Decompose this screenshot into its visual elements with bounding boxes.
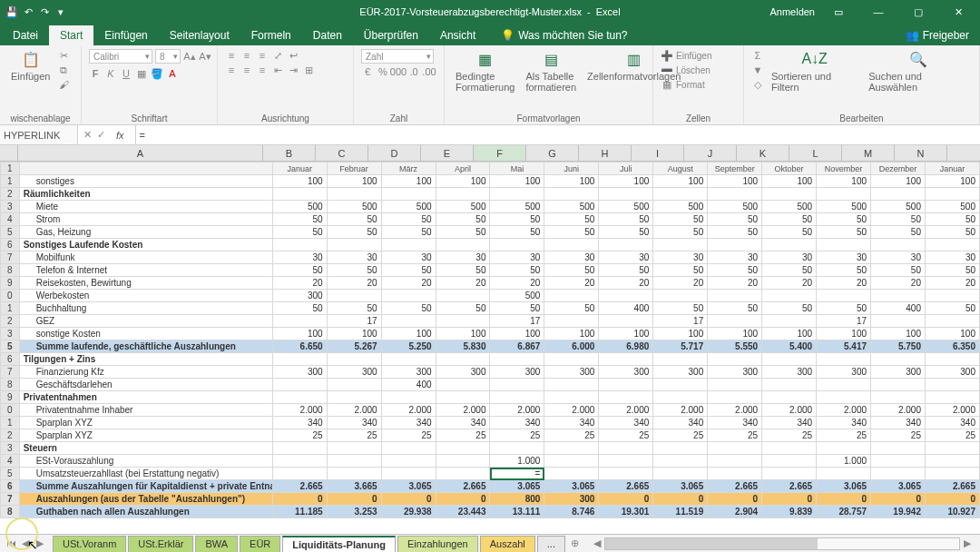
align-top-icon[interactable]: ≡ bbox=[225, 49, 238, 62]
inc-dec-icon[interactable]: .0 bbox=[407, 65, 420, 78]
redo-icon[interactable]: ↷ bbox=[38, 5, 51, 18]
col-header-G[interactable]: G bbox=[526, 145, 579, 161]
col-header-F[interactable]: F bbox=[474, 145, 526, 161]
fill-icon[interactable]: ▼ bbox=[751, 64, 764, 76]
border-icon[interactable]: ▦ bbox=[135, 67, 148, 80]
comma-icon[interactable]: 000 bbox=[392, 65, 405, 78]
col-header-J[interactable]: J bbox=[684, 145, 737, 161]
cut-icon[interactable]: ✂ bbox=[57, 49, 70, 62]
dec-dec-icon[interactable]: .00 bbox=[423, 65, 436, 78]
col-header-B[interactable]: B bbox=[263, 145, 316, 161]
font-name-combo[interactable]: Calibri bbox=[89, 49, 152, 64]
merge-icon[interactable]: ⊞ bbox=[302, 64, 315, 76]
wrap-icon[interactable]: ↩ bbox=[287, 49, 299, 62]
cell-styles-icon: ▥ bbox=[624, 49, 644, 69]
close-icon[interactable]: ✕ bbox=[942, 0, 975, 24]
font-color-icon[interactable]: A bbox=[166, 67, 179, 80]
autosum-icon[interactable]: Σ bbox=[751, 49, 764, 62]
ribbon-options-icon[interactable]: ▭ bbox=[822, 0, 855, 24]
col-header-K[interactable]: K bbox=[737, 145, 789, 161]
signin-link[interactable]: Anmelden bbox=[769, 6, 815, 17]
cond-format-button[interactable]: ▦Bedingte Formatierung bbox=[452, 47, 518, 94]
copy-icon[interactable]: ⧉ bbox=[57, 64, 70, 76]
shrink-font-icon[interactable]: A▾ bbox=[199, 50, 211, 63]
sheet-tab-eur[interactable]: EÜR bbox=[240, 536, 280, 552]
align-mid-icon[interactable]: ≡ bbox=[240, 49, 253, 62]
group-styles: Formatvorlagen bbox=[452, 113, 645, 123]
col-header-M[interactable]: M bbox=[842, 145, 895, 161]
tab-nav-first-icon[interactable]: ⏮ bbox=[4, 537, 18, 549]
tab-file[interactable]: Datei bbox=[2, 25, 49, 45]
sort-filter-button[interactable]: A↓ZSortieren und Filtern bbox=[768, 47, 861, 94]
clear-icon[interactable]: ◇ bbox=[751, 78, 764, 91]
col-header-N[interactable]: N bbox=[895, 145, 947, 161]
sheet-tab-bwa[interactable]: BWA bbox=[195, 536, 238, 552]
align-left-icon[interactable]: ≡ bbox=[225, 64, 238, 76]
col-header-E[interactable]: E bbox=[421, 145, 474, 161]
tab-review[interactable]: Überprüfen bbox=[353, 25, 429, 45]
maximize-icon[interactable]: ▢ bbox=[902, 0, 935, 24]
name-box[interactable]: HYPERLINK bbox=[0, 125, 78, 144]
tell-me[interactable]: 💡Was möchten Sie tun? bbox=[490, 25, 638, 45]
format-painter-icon[interactable]: 🖌 bbox=[57, 78, 70, 91]
minimize-icon[interactable]: — bbox=[862, 0, 895, 24]
align-center-icon[interactable]: ≡ bbox=[240, 64, 253, 76]
quick-access-toolbar: 💾 ↶ ↷ ▾ bbox=[0, 5, 73, 18]
col-header-I[interactable]: I bbox=[632, 145, 684, 161]
sheet-tab-erklar[interactable]: USt.Erklär bbox=[128, 536, 193, 552]
number-format-combo[interactable]: Zahl bbox=[361, 49, 434, 64]
scroll-left-icon[interactable]: ◀ bbox=[590, 537, 604, 549]
qat-dropdown-icon[interactable]: ▾ bbox=[54, 5, 67, 18]
col-header-D[interactable]: D bbox=[368, 145, 421, 161]
col-header-L[interactable]: L bbox=[789, 145, 842, 161]
underline-icon[interactable]: U bbox=[120, 67, 132, 80]
tab-home[interactable]: Start bbox=[49, 25, 93, 45]
insert-cells[interactable]: ➕Einfügen bbox=[661, 49, 711, 62]
delete-cells[interactable]: ➖Löschen bbox=[661, 64, 710, 76]
tab-layout[interactable]: Seitenlayout bbox=[159, 25, 240, 45]
bold-icon[interactable]: F bbox=[89, 67, 102, 80]
select-all-corner[interactable] bbox=[0, 145, 18, 161]
orientation-icon[interactable]: ⤢ bbox=[271, 49, 284, 62]
fx-icon[interactable]: fx bbox=[111, 130, 130, 141]
enter-formula-icon[interactable]: ✓ bbox=[97, 129, 105, 141]
percent-icon[interactable]: % bbox=[377, 65, 389, 78]
font-size-combo[interactable]: 8 bbox=[155, 49, 181, 64]
tab-view[interactable]: Ansicht bbox=[429, 25, 486, 45]
indent-dec-icon[interactable]: ⇤ bbox=[271, 64, 284, 76]
align-bot-icon[interactable]: ≡ bbox=[256, 49, 269, 62]
share-icon: 👥 bbox=[906, 29, 919, 42]
tab-data[interactable]: Daten bbox=[302, 25, 353, 45]
sheet-tab-ein[interactable]: Einzahlungen bbox=[397, 536, 478, 552]
share-button[interactable]: 👥Freigeber bbox=[895, 25, 980, 45]
scroll-right-icon[interactable]: ▶ bbox=[960, 537, 975, 549]
tab-insert[interactable]: Einfügen bbox=[93, 25, 158, 45]
italic-icon[interactable]: K bbox=[104, 67, 117, 80]
new-sheet-icon[interactable]: ⊕ bbox=[565, 537, 584, 549]
align-right-icon[interactable]: ≡ bbox=[256, 64, 269, 76]
cancel-formula-icon[interactable]: ✕ bbox=[83, 129, 92, 141]
sheet-tab-more[interactable]: ... bbox=[537, 536, 565, 552]
sheet-tab-voranm[interactable]: USt.Voranm bbox=[53, 536, 126, 552]
sheet-tab-aus[interactable]: Auszahl bbox=[480, 536, 535, 552]
find-select-button[interactable]: 🔍Suchen und Auswählen bbox=[865, 47, 972, 94]
sheet-tab-active[interactable]: Liquiditäts-Planung bbox=[282, 536, 396, 552]
undo-icon[interactable]: ↶ bbox=[22, 5, 34, 18]
tab-nav-prev-icon[interactable]: ◀ bbox=[18, 537, 33, 549]
col-header-C[interactable]: C bbox=[316, 145, 368, 161]
worksheet[interactable]: 1JanuarFebruarMärzAprilMaiJuniJuliAugust… bbox=[0, 162, 980, 518]
formula-input[interactable]: = bbox=[136, 130, 980, 141]
table-format-button[interactable]: ▤Als Tabelle formatieren bbox=[522, 47, 580, 94]
horizontal-scrollbar[interactable]: ◀ ▶ bbox=[590, 537, 975, 550]
fill-color-icon[interactable]: 🪣 bbox=[151, 67, 163, 80]
tab-formulas[interactable]: Formeln bbox=[240, 25, 302, 45]
currency-icon[interactable]: € bbox=[361, 65, 374, 78]
col-header-H[interactable]: H bbox=[579, 145, 632, 161]
grow-font-icon[interactable]: A▴ bbox=[183, 50, 196, 63]
col-header-A[interactable]: A bbox=[18, 145, 263, 161]
indent-inc-icon[interactable]: ⇥ bbox=[287, 64, 299, 76]
format-cells[interactable]: ▦Format bbox=[661, 78, 705, 91]
tab-nav-next-icon[interactable]: ▶ bbox=[33, 537, 47, 549]
save-icon[interactable]: 💾 bbox=[5, 5, 18, 18]
paste-button[interactable]: 📋Einfügen bbox=[7, 47, 54, 84]
